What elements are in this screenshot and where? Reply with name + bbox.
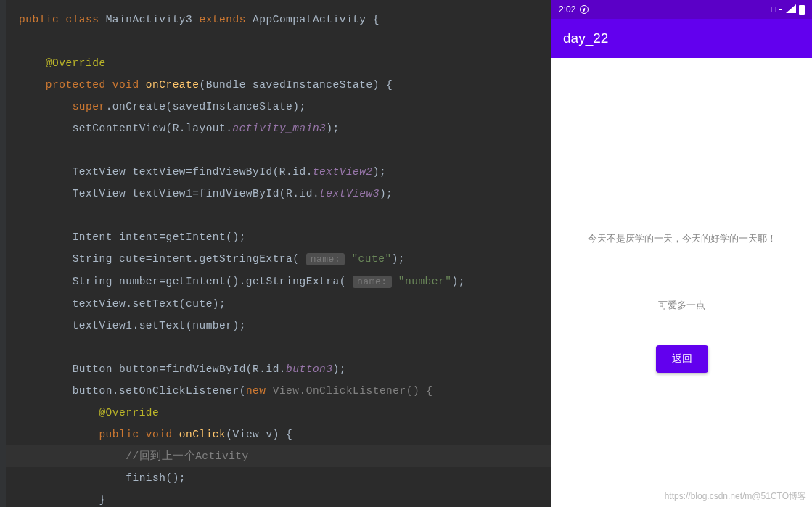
brace: { — [373, 14, 380, 25]
method-onclick: onClick — [179, 429, 226, 440]
annotation-override: @Override — [46, 57, 106, 69]
params: (Bundle savedInstanceState) { — [199, 79, 393, 91]
kw-super: super — [73, 101, 106, 112]
method-oncreate: onCreate — [146, 79, 200, 91]
string-cute: "cute" — [351, 253, 391, 265]
end: ); — [392, 253, 405, 265]
listener-mid — [266, 385, 272, 397]
settext2: textView1.setText(number); — [73, 320, 246, 331]
end: ); — [326, 123, 339, 134]
param-hint: name: — [306, 253, 345, 265]
app-title: day_22 — [563, 30, 608, 46]
kw-new: new — [246, 385, 266, 397]
signal-icon — [786, 4, 796, 15]
listener-cls: View.OnClickListener() { — [273, 385, 433, 397]
btn-id: button3 — [286, 363, 332, 375]
return-button[interactable]: 返回 — [656, 345, 708, 373]
kw-void: void — [112, 79, 139, 91]
class-name: MainActivity3 — [106, 14, 193, 25]
comment-line: //回到上一个Activity — [126, 450, 249, 462]
kw-extends: extends — [199, 14, 245, 25]
kw-class: class — [65, 14, 99, 25]
kw-protected: protected — [46, 79, 106, 91]
status-time: 2:02 — [559, 4, 575, 15]
tv-id1: textView2 — [313, 166, 373, 178]
end: ); — [380, 188, 393, 199]
lte-label: LTE — [770, 6, 783, 14]
kw-public2: public — [99, 429, 139, 440]
listener-pre: button.setOnClickListener( — [73, 385, 246, 397]
code-editor[interactable]: public class MainActivity3 extends AppCo… — [0, 0, 551, 507]
finish-call: finish(); — [126, 472, 186, 484]
param-hint: name: — [353, 276, 392, 288]
phone-emulator: 2:02 LTE day_22 今天不是厌学的一天，今天的好学的一天耶！ 可爱多… — [551, 0, 812, 507]
tv-decl: TextView textView=findViewById(R.id. — [73, 166, 313, 178]
status-bar: 2:02 LTE — [551, 0, 812, 19]
app-bar: day_22 — [551, 19, 812, 58]
layout-res: activity_main3 — [232, 123, 326, 134]
watermark: https://blog.csdn.net/m@51CTO博客 — [665, 490, 806, 503]
end: ); — [373, 166, 386, 178]
app-content: 今天不是厌学的一天，今天的好学的一天耶！ 可爱多一点 返回 — [551, 58, 812, 507]
end: ); — [333, 363, 346, 375]
clock-icon — [580, 5, 589, 14]
number-pre: String number=getIntent().getStringExtra… — [73, 276, 346, 287]
textview-2: 可爱多一点 — [658, 299, 705, 312]
textview-1: 今天不是厌学的一天，今天的好学的一天耶！ — [588, 232, 776, 245]
settext1: textView.setText(cute); — [73, 298, 226, 310]
super-class: AppCompatActivity — [253, 14, 366, 25]
annotation-override2: @Override — [99, 407, 159, 419]
super-rest: .onCreate(savedInstanceState); — [106, 101, 306, 112]
kw-void2: void — [146, 429, 173, 440]
close-brace: } — [99, 494, 105, 506]
end: ); — [451, 276, 464, 287]
tv-decl2: TextView textView1=findViewById(R.id. — [73, 188, 319, 199]
kw-public: public — [19, 14, 59, 25]
setcontent-call: setContentView(R.layout. — [73, 123, 233, 134]
cute-pre: String cute=intent.getStringExtra( — [73, 253, 300, 265]
params2: (View v) { — [226, 429, 292, 440]
tv-id2: textView3 — [319, 188, 380, 199]
battery-icon — [799, 5, 805, 15]
string-number: "number" — [398, 276, 452, 287]
btn-decl: Button button=findViewById(R.id. — [73, 363, 286, 375]
intent-line: Intent intent=getIntent(); — [73, 231, 246, 243]
